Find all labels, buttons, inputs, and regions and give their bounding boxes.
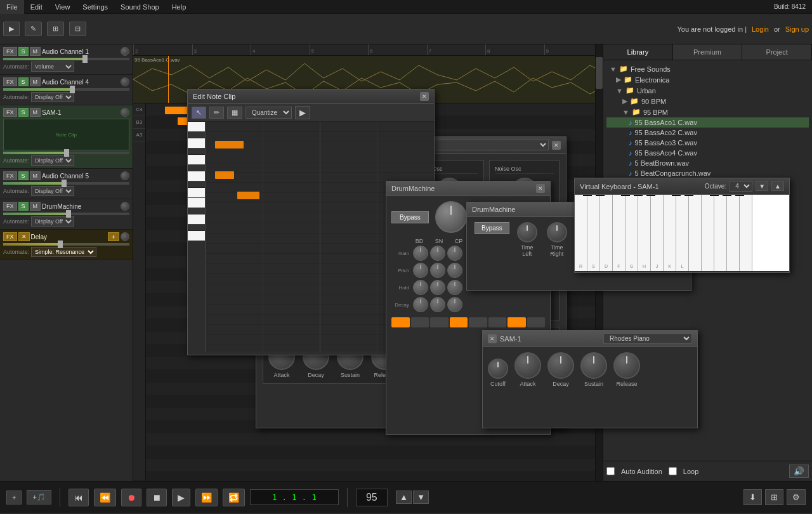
ch5-s-btn[interactable]: S xyxy=(18,171,29,180)
key-f[interactable]: F xyxy=(613,195,625,271)
dm-pad-3[interactable] xyxy=(430,317,449,327)
back-btn[interactable]: ⏪ xyxy=(94,489,116,506)
login-link[interactable]: Login xyxy=(752,25,769,33)
menu-edit[interactable]: Edit xyxy=(24,0,49,14)
settings-btn[interactable]: ⚙ xyxy=(787,489,806,505)
key-d2[interactable]: L xyxy=(676,195,689,271)
black-key-as2[interactable] xyxy=(735,195,744,196)
key-g2[interactable] xyxy=(714,195,727,271)
black-key-fs[interactable] xyxy=(621,195,630,196)
dm-bd-hold-knob[interactable] xyxy=(413,280,428,295)
menu-view[interactable]: View xyxy=(49,0,77,14)
dm-cp-decay-knob[interactable] xyxy=(447,297,462,312)
pk-f4w[interactable] xyxy=(188,188,205,198)
play-clip-btn[interactable]: ▶ xyxy=(295,106,310,119)
dm-pad-1[interactable] xyxy=(391,317,410,327)
forward-btn[interactable]: ⏩ xyxy=(195,489,218,506)
ch5-volume-slider[interactable] xyxy=(3,182,129,185)
black-key-ds[interactable] xyxy=(596,195,605,196)
tree-bassaco1[interactable]: ♪ 95 BassAco1 C.wav xyxy=(606,117,809,128)
ch1-automate-select[interactable]: Volume Display Off xyxy=(31,62,74,72)
dm-bd-decay-knob[interactable] xyxy=(413,297,428,312)
tree-electronica[interactable]: ▶ 📁 Electronica xyxy=(606,74,809,85)
dm-bypass-btn[interactable]: Bypass xyxy=(391,211,429,223)
roll-note-3[interactable] xyxy=(237,192,259,199)
ch1-s-btn[interactable]: S xyxy=(18,47,29,56)
pk-b4[interactable] xyxy=(188,132,205,138)
key-c[interactable]: R xyxy=(575,195,587,271)
tab-project[interactable]: Project xyxy=(742,44,812,60)
black-key-cs[interactable] xyxy=(583,195,592,196)
drum-machine-titlebar[interactable]: DrumMachine ✕ xyxy=(386,181,550,196)
auto-audition-checkbox[interactable] xyxy=(606,467,615,475)
drum-volume-slider[interactable] xyxy=(3,213,129,215)
black-key-gs2[interactable] xyxy=(723,195,731,196)
loop-btn[interactable]: 🔁 xyxy=(223,489,245,506)
key-f2[interactable] xyxy=(702,195,714,271)
delay-volume-slider[interactable] xyxy=(3,243,129,246)
sam1-preset-select[interactable]: Rhodes Piano xyxy=(603,333,692,344)
drum-m-btn[interactable]: M xyxy=(30,202,41,211)
speaker-btn[interactable]: 🔊 xyxy=(789,465,809,478)
ch4-pan-knob[interactable] xyxy=(121,77,129,86)
dm-cp-hold-knob[interactable] xyxy=(447,280,462,295)
key-g[interactable]: G xyxy=(625,195,638,271)
tool-draw[interactable]: ✎ xyxy=(25,22,42,36)
ch5-fx-btn[interactable]: FX xyxy=(3,171,17,180)
signup-link[interactable]: Sign up xyxy=(785,25,809,33)
menu-settings[interactable]: Settings xyxy=(76,0,114,14)
edit-note-clip-titlebar[interactable]: Edit Note Clip ✕ xyxy=(188,89,434,104)
grid-btn[interactable]: ⊞ xyxy=(765,489,783,505)
simple-synth-close[interactable]: ✕ xyxy=(552,141,561,150)
menu-help[interactable]: Help xyxy=(166,0,193,14)
ch5-m-btn[interactable]: M xyxy=(30,171,41,180)
dm-sn-hold-knob[interactable] xyxy=(430,280,445,295)
dm-sn-decay-knob[interactable] xyxy=(430,297,445,312)
play-btn[interactable]: ▶ xyxy=(172,489,190,506)
tree-bassaco3[interactable]: ♪ 95 BassAco3 C.wav xyxy=(606,138,809,148)
ch1-fx-btn[interactable]: FX xyxy=(3,47,17,56)
menu-soundshop[interactable]: Sound Shop xyxy=(114,0,166,14)
dm-pad-5[interactable] xyxy=(469,317,487,327)
sam1-automate-select[interactable]: Display Off Volume xyxy=(31,155,74,166)
dm-cp-pitch-knob[interactable] xyxy=(447,263,462,278)
scrollbar-thumb[interactable] xyxy=(596,57,603,89)
dm-pad-4[interactable] xyxy=(450,317,468,327)
drum-s-btn[interactable]: S xyxy=(18,202,29,211)
sam1-volume-slider[interactable] xyxy=(3,152,129,154)
dm-pad-7[interactable] xyxy=(508,317,526,327)
reverb-timeleft-knob[interactable] xyxy=(517,222,537,242)
sam1-fx-btn[interactable]: FX xyxy=(3,108,17,117)
tree-beatconga[interactable]: ♪ 5 BeatCongacrunch.wav xyxy=(606,168,809,178)
ch4-volume-slider[interactable] xyxy=(3,88,129,91)
tree-bassaco2[interactable]: ♪ 95 BassAco2 C.wav xyxy=(606,128,809,138)
sam1-titlebar[interactable]: ✕ SAM-1 Rhodes Piano xyxy=(483,331,697,347)
sam1-pan-knob[interactable] xyxy=(121,108,129,117)
key-b[interactable]: J xyxy=(651,195,664,271)
sam1-sustain-knob[interactable] xyxy=(580,352,607,379)
pk-c4w[interactable] xyxy=(188,231,205,241)
simple-synth-preset-select[interactable] xyxy=(422,140,549,150)
pk-gs4[interactable] xyxy=(188,165,205,171)
pk-d4w[interactable] xyxy=(188,214,205,225)
delay-automate-select[interactable]: Simple: Resonance Display Off xyxy=(31,247,96,257)
sam1-close[interactable]: ✕ xyxy=(488,334,497,343)
tab-premium[interactable]: Premium xyxy=(673,44,743,60)
tool-extra[interactable]: ⊟ xyxy=(69,22,86,36)
ch1-m-btn[interactable]: M xyxy=(30,47,41,56)
drum-machine-close[interactable]: ✕ xyxy=(536,184,545,193)
tree-bassaco4[interactable]: ♪ 95 BassAco4 C.wav xyxy=(606,148,809,158)
menu-file[interactable]: File xyxy=(0,0,24,14)
key-e[interactable]: D xyxy=(600,195,613,271)
sam1-decay-knob[interactable] xyxy=(547,352,574,379)
ch4-automate-select[interactable]: Display Off Volume xyxy=(31,92,74,102)
dm-pad-8[interactable] xyxy=(527,317,546,327)
pk-b4w[interactable] xyxy=(188,138,205,148)
tree-free-sounds[interactable]: ▼ 📁 Free Sounds xyxy=(606,63,809,74)
tree-90bpm[interactable]: ▶ 📁 90 BPM xyxy=(606,96,809,107)
ch1-pan-knob[interactable] xyxy=(121,47,129,56)
pk-a4w[interactable] xyxy=(188,155,205,165)
ch4-s-btn[interactable]: S xyxy=(18,77,29,86)
reverb-timeright-knob[interactable] xyxy=(547,222,567,242)
bpm-display[interactable]: 95 xyxy=(356,489,388,506)
